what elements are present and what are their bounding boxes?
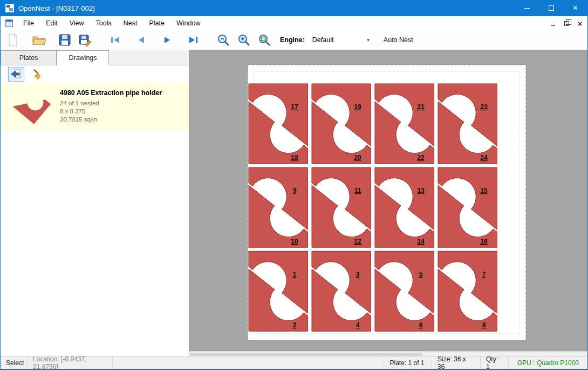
engine-select[interactable]: Default ▾ — [309, 33, 373, 46]
previous-plate-icon — [135, 36, 147, 44]
statusbar: Select Location: [-0.9437, 21.8796] Plat… — [1, 356, 587, 369]
part-number[interactable]: 2 — [293, 321, 297, 329]
save-edit-icon — [79, 33, 92, 46]
toolbar: Engine: Default ▾ Auto Nest — [1, 30, 587, 50]
clear-drawings-button[interactable] — [30, 67, 46, 82]
part-number[interactable]: 7 — [482, 271, 486, 278]
tab-plates[interactable]: Plates — [1, 50, 57, 65]
menu-file[interactable]: File — [17, 17, 40, 29]
tab-drawings[interactable]: Drawings — [57, 50, 109, 65]
chevron-down-icon: ▾ — [367, 37, 370, 43]
engine-value: Default — [312, 36, 367, 44]
zoom-in-icon — [237, 33, 250, 46]
engine-label: Engine: — [280, 36, 305, 44]
menu-window[interactable]: Window — [170, 17, 206, 29]
previous-plate-button[interactable] — [133, 32, 149, 48]
zoom-out-icon — [217, 33, 230, 46]
status-location: Location: [-0.9437, 21.8796] — [28, 356, 113, 369]
status-gpu: GPU : Quadro P1000 — [509, 356, 587, 369]
zoom-fit-icon — [258, 33, 271, 46]
part-thumbnail-icon — [7, 87, 54, 126]
main-area: Plates Drawings — [1, 50, 587, 357]
drawing-area: 30.7815 sq/in — [60, 116, 162, 124]
back-arrow-icon — [10, 69, 22, 79]
next-plate-button[interactable] — [159, 32, 175, 48]
part-number[interactable]: 3 — [356, 271, 360, 278]
menu-tools[interactable]: Tools — [90, 17, 118, 29]
save-edit-button[interactable] — [77, 32, 93, 48]
part-number[interactable]: 12 — [354, 238, 361, 245]
part-number[interactable]: 20 — [354, 154, 361, 162]
app-window: OpenNest - [N0317-002] × FileEditViewToo… — [0, 0, 588, 370]
part-number[interactable]: 8 — [482, 321, 486, 329]
sidebar: Plates Drawings — [1, 50, 189, 357]
mdi-close-icon: × — [578, 19, 583, 28]
part-number[interactable]: 14 — [417, 238, 425, 245]
close-icon: × — [573, 4, 578, 12]
drawing-thumbnail — [6, 87, 56, 126]
broom-icon — [32, 68, 44, 80]
save-floppy-icon — [59, 34, 71, 46]
part-number[interactable]: 18 — [291, 154, 298, 162]
close-button[interactable]: × — [563, 0, 587, 16]
status-spacer — [113, 356, 382, 369]
drawing-info: 4980 A05 Extraction pipe holder 24 of 1 … — [60, 87, 162, 126]
mdi-restore-icon — [564, 21, 569, 26]
zoom-in-button[interactable] — [236, 32, 252, 48]
part-number[interactable]: 1 — [293, 271, 297, 278]
zoom-out-button[interactable] — [215, 32, 231, 48]
part-number[interactable]: 19 — [354, 103, 361, 111]
menu-view[interactable]: View — [64, 17, 90, 29]
part-number[interactable]: 17 — [291, 103, 298, 111]
status-plate: Plate: 1 of 1 — [382, 356, 432, 369]
first-plate-button[interactable] — [107, 32, 124, 48]
app-icon — [5, 4, 14, 12]
part-number[interactable]: 9 — [293, 187, 297, 194]
part-number[interactable]: 4 — [356, 321, 360, 329]
new-file-icon — [8, 33, 18, 46]
mdi-restore-button[interactable] — [560, 18, 572, 29]
tabstrip-rest — [109, 50, 189, 65]
status-qty: Qty: 1 — [481, 356, 509, 369]
menu-nest[interactable]: Nest — [118, 17, 143, 29]
status-mode: Select — [1, 356, 28, 369]
part-number[interactable]: 11 — [354, 187, 361, 194]
open-file-button[interactable] — [31, 32, 47, 48]
drawing-dimensions: 8 x 8.375 — [60, 107, 162, 116]
menu-plate[interactable]: Plate — [143, 17, 170, 29]
maximize-button[interactable] — [539, 0, 563, 16]
drawing-list-item[interactable]: 4980 A05 Extraction pipe holder 24 of 1 … — [1, 83, 189, 130]
menu-edit[interactable]: Edit — [40, 17, 64, 29]
part-number[interactable]: 6 — [419, 321, 423, 329]
part-number[interactable]: 22 — [417, 154, 425, 162]
status-size: Size: 36 x 36 — [432, 356, 481, 369]
minimize-button[interactable] — [515, 0, 539, 16]
open-folder-icon — [32, 35, 46, 45]
new-file-button[interactable] — [5, 32, 21, 48]
import-drawing-button[interactable] — [8, 67, 24, 82]
part-number[interactable]: 16 — [480, 238, 488, 245]
part-number[interactable]: 21 — [417, 103, 425, 111]
part-number[interactable]: 15 — [480, 187, 488, 194]
part-number[interactable]: 24 — [480, 154, 488, 162]
last-plate-button[interactable] — [185, 32, 201, 48]
menubar: FileEditViewToolsNestPlateWindow × — [1, 16, 587, 30]
maximize-icon — [549, 5, 554, 11]
sidebar-tabstrip: Plates Drawings — [1, 50, 189, 65]
save-button[interactable] — [57, 32, 73, 48]
part-number[interactable]: 23 — [480, 103, 488, 111]
canvas-column: 171819202122232491011121314151612345678 — [189, 50, 587, 357]
sidebar-toolbar — [1, 65, 189, 83]
first-plate-icon — [110, 36, 121, 44]
drawing-nested-count: 24 of 1 nested — [60, 99, 162, 107]
part-number[interactable]: 5 — [419, 271, 423, 278]
mdi-minimize-button[interactable] — [547, 18, 559, 29]
zoom-fit-button[interactable] — [256, 32, 272, 48]
part-number[interactable]: 13 — [417, 187, 425, 194]
nest-viewport[interactable]: 171819202122232491011121314151612345678 — [189, 50, 587, 351]
part-number[interactable]: 10 — [291, 238, 298, 245]
auto-nest-button[interactable]: Auto Nest — [384, 36, 413, 44]
mdi-close-button[interactable]: × — [574, 18, 586, 29]
mdi-document-icon[interactable] — [5, 19, 13, 27]
nest-canvas[interactable]: 171819202122232491011121314151612345678 — [189, 50, 587, 349]
